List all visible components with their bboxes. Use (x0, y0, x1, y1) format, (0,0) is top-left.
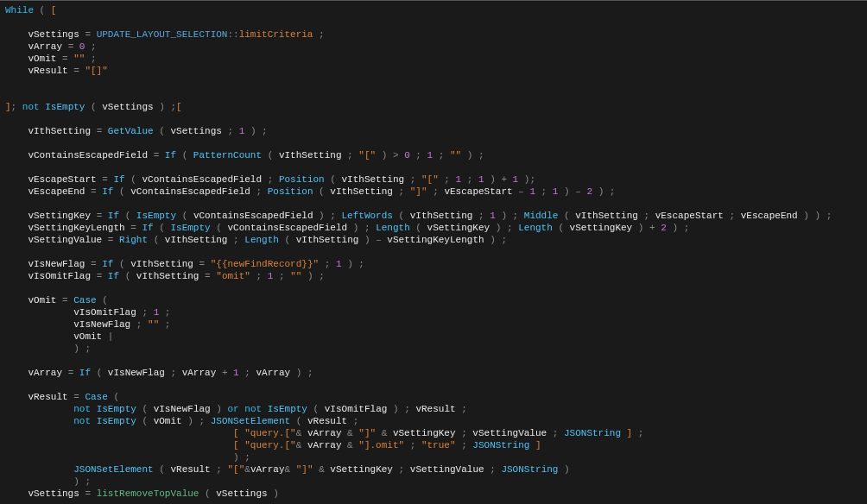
token-str: "query.[" (244, 428, 295, 438)
code-line: vEscapeStart = If ( vContainsEscapedFiel… (5, 173, 862, 186)
token-pun: ( (176, 150, 193, 161)
token-pun: ( (119, 211, 136, 221)
token-fn: Middle (524, 211, 559, 221)
code-line (5, 282, 862, 294)
token-pun: = (97, 271, 108, 281)
token-pun: = (85, 29, 96, 40)
token-id: vOmit (5, 331, 108, 342)
token-id: vContainsEscapedField (142, 174, 262, 185)
token-id: vContainsEscapedField (193, 211, 313, 221)
token-id: vArray (307, 428, 342, 438)
token-pun: ; (130, 319, 148, 330)
token-pun: ) ; (496, 211, 524, 221)
token-pun: ) ; (5, 452, 250, 463)
token-str: "omit" (216, 271, 250, 281)
token-pun: ( (119, 271, 136, 281)
token-pun: ( (136, 404, 154, 414)
token-pun: = (97, 126, 108, 136)
token-pun: ) (268, 488, 279, 499)
token-pun: = (91, 259, 102, 269)
token-fn: If (102, 259, 113, 269)
code-line (5, 77, 862, 89)
token-pun: ; (456, 404, 467, 414)
token-pun: & (285, 464, 296, 475)
token-pun: – (513, 186, 530, 197)
code-line: vIthSetting = GetValue ( vSettings ; 1 )… (5, 125, 862, 137)
token-id: vResult (415, 404, 455, 414)
token-pun: ( (199, 488, 216, 499)
token-fn: Length (376, 223, 410, 233)
token-pun: ); (518, 174, 535, 185)
token-pun: ) ; (5, 343, 91, 354)
token-id: vSettingKey (427, 223, 490, 233)
token-id: vSettings (216, 488, 267, 499)
token-id: vIthSetting (5, 126, 97, 136)
token-pun: = (130, 223, 142, 233)
token-fn: IsEmpty (170, 223, 210, 233)
token-num: 1 (478, 174, 484, 185)
token-id: vEscapeStart (444, 186, 512, 197)
token-pun: ; (85, 54, 96, 64)
token-pun: ; (222, 126, 239, 136)
token-pun: ; (273, 271, 290, 281)
token-pun: ; (427, 186, 445, 197)
token-id: vEscapeEnd (741, 211, 798, 221)
token-brk: ] (621, 428, 632, 438)
token-str: "]" (296, 464, 313, 475)
token-id: vContainsEscapedField (5, 150, 154, 161)
token-pun: = (73, 392, 85, 402)
token-pun: ( (325, 174, 342, 185)
token-pun: ; (211, 464, 228, 475)
token-id: vEscapeEnd (5, 186, 91, 197)
token-pun: ; (484, 464, 502, 475)
code-line: vResult = "[]" (5, 65, 862, 77)
code-line (5, 89, 862, 101)
token-pun: ; (165, 368, 182, 378)
token-pun: ; (410, 150, 427, 161)
code-line: not IsEmpty ( vOmit ) ; JSONSetElement (… (5, 415, 862, 427)
code-editor[interactable]: While ( [ vSettings = UPDATE_LAYOUT_SELE… (0, 0, 867, 504)
code-line (5, 113, 862, 125)
token-pun: ( (176, 211, 193, 221)
token-mem: limitCriteria (239, 29, 313, 40)
token-pun: = (62, 54, 73, 64)
token-pun: ) + (632, 223, 661, 233)
token-pun: ; (136, 307, 154, 318)
token-id: vSettingValue (472, 428, 547, 438)
token-pun: = (68, 368, 79, 378)
token-pun: ( (108, 392, 119, 402)
token-fn: If (108, 271, 119, 281)
token-pun: ) ; (154, 102, 176, 112)
code-line: ) ; (5, 451, 862, 463)
token-str: "].omit" (358, 440, 404, 450)
code-line: vSettingValue = Right ( vIthSetting ; Le… (5, 234, 862, 246)
code-line (5, 500, 862, 504)
token-id: vSettingKey (5, 211, 97, 221)
token-pun: ( (154, 223, 171, 233)
token-id: vIthSetting (410, 211, 473, 221)
code-line: not IsEmpty ( vIsNewFlag ) or not IsEmpt… (5, 403, 862, 415)
code-line: vOmit | (5, 331, 862, 343)
token-pun: = (73, 66, 85, 76)
token-fn: If (113, 174, 124, 185)
token-pun: | (108, 331, 114, 342)
token-kw: While (5, 5, 34, 16)
code-line (5, 16, 862, 28)
token-pun: ) ; (667, 223, 689, 233)
token-gfn: listRemoveTopValue (97, 488, 199, 499)
token-cls: UPDATE_LAYOUT_SELECTION (97, 29, 228, 40)
token-pun: & (296, 440, 307, 450)
token-pun: ) ) ; (798, 211, 832, 221)
token-str: "" (148, 319, 159, 330)
token-fn: JSONString (501, 464, 558, 475)
token-id: vSettingValue (5, 235, 108, 245)
token-pun: ( (85, 102, 102, 112)
token-pun: ( (125, 174, 142, 185)
token-id: vIthSetting (342, 174, 405, 185)
token-num: 1 (336, 259, 342, 269)
token-fn: Length (244, 235, 279, 245)
token-fn: PatternCount (193, 150, 262, 161)
token-str: "" (450, 150, 461, 161)
token-pun: ; (159, 319, 170, 330)
token-pun: ( (34, 5, 51, 16)
